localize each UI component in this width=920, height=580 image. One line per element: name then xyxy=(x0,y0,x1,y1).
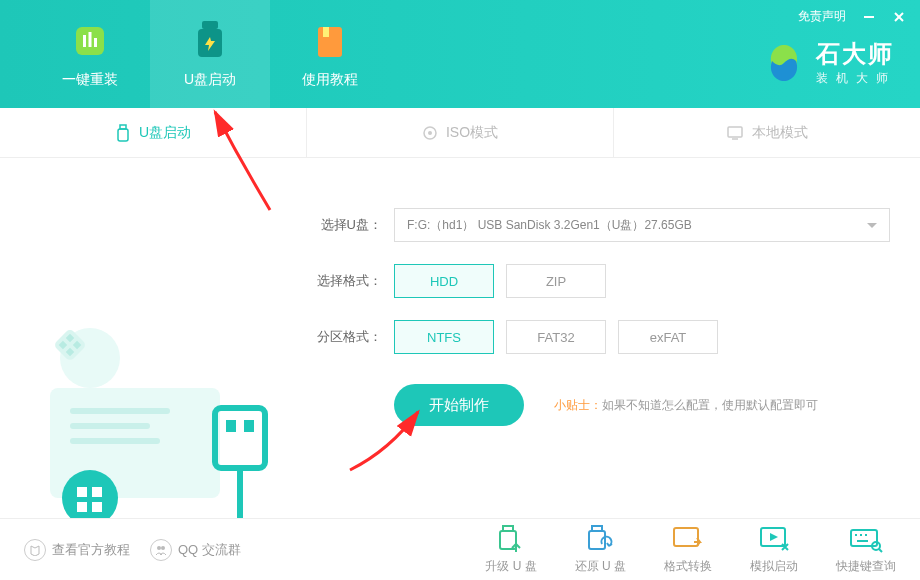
upgrade-usb[interactable]: 升级 U 盘 xyxy=(485,524,536,575)
mode-tabs: U盘启动 ISO模式 本地模式 xyxy=(0,108,920,158)
upgrade-icon xyxy=(493,524,529,554)
keyboard-search-icon xyxy=(848,524,884,554)
partition-exfat[interactable]: exFAT xyxy=(618,320,718,354)
svg-rect-27 xyxy=(215,408,265,468)
simulate-boot[interactable]: 模拟启动 xyxy=(750,524,798,575)
main: 选择U盘： F:G:（hd1） USB SanDisk 3.2Gen1（U盘）2… xyxy=(0,158,920,518)
svg-line-49 xyxy=(879,549,882,552)
svg-rect-7 xyxy=(202,21,218,29)
nav-label: 使用教程 xyxy=(302,71,358,89)
restore-icon xyxy=(582,524,618,554)
svg-rect-23 xyxy=(77,487,87,497)
minimize-button[interactable] xyxy=(862,10,876,24)
format-zip[interactable]: ZIP xyxy=(506,264,606,298)
disclaimer-link[interactable]: 免责声明 xyxy=(798,8,846,25)
nav-label: 一键重装 xyxy=(62,71,118,89)
titlebar: 免责声明 xyxy=(798,8,906,25)
nav-label: U盘启动 xyxy=(184,71,236,89)
format-hdd[interactable]: HDD xyxy=(394,264,494,298)
svg-rect-29 xyxy=(244,420,254,432)
nav-tutorial[interactable]: 使用教程 xyxy=(270,0,390,108)
svg-rect-6 xyxy=(94,38,97,47)
hotkey-query[interactable]: 快捷键查询 xyxy=(836,524,896,575)
partition-fat32[interactable]: FAT32 xyxy=(506,320,606,354)
svg-rect-26 xyxy=(92,502,102,512)
svg-rect-20 xyxy=(70,423,150,429)
svg-point-14 xyxy=(428,131,432,135)
svg-rect-41 xyxy=(674,528,698,546)
disk-select[interactable]: F:G:（hd1） USB SanDisk 3.2Gen1（U盘）27.65GB xyxy=(394,208,890,242)
svg-point-36 xyxy=(161,546,165,550)
illustration xyxy=(0,158,300,518)
svg-rect-12 xyxy=(118,129,128,141)
tutorial-icon xyxy=(308,19,352,63)
footer: 查看官方教程 QQ 交流群 升级 U 盘 还原 U 盘 格式转换 模拟启动 快捷… xyxy=(0,518,920,580)
people-icon xyxy=(150,539,172,561)
mode-iso[interactable]: ISO模式 xyxy=(307,108,614,157)
reinstall-icon xyxy=(68,19,112,63)
svg-rect-9 xyxy=(318,27,342,57)
brand-subtitle: 装机大师 xyxy=(816,70,896,87)
svg-rect-40 xyxy=(589,531,605,549)
svg-rect-15 xyxy=(728,127,742,137)
partition-label: 分区格式： xyxy=(310,328,382,346)
mode-usb[interactable]: U盘启动 xyxy=(0,108,307,157)
monitor-icon xyxy=(726,125,744,141)
qq-group-link[interactable]: QQ 交流群 xyxy=(150,539,241,561)
partition-ntfs[interactable]: NTFS xyxy=(394,320,494,354)
svg-rect-28 xyxy=(226,420,236,432)
close-button[interactable] xyxy=(892,10,906,24)
tip: 小贴士：如果不知道怎么配置，使用默认配置即可 xyxy=(554,397,818,414)
official-tutorial-link[interactable]: 查看官方教程 xyxy=(24,539,130,561)
svg-rect-4 xyxy=(83,35,86,47)
start-button[interactable]: 开始制作 xyxy=(394,384,524,426)
svg-rect-24 xyxy=(92,487,102,497)
svg-rect-19 xyxy=(70,408,170,414)
svg-point-35 xyxy=(157,546,161,550)
convert-icon xyxy=(670,524,706,554)
nav: 一键重装 U盘启动 使用教程 xyxy=(0,0,390,108)
svg-rect-21 xyxy=(70,438,160,444)
iso-icon xyxy=(422,125,438,141)
mode-local[interactable]: 本地模式 xyxy=(614,108,920,157)
disk-label: 选择U盘： xyxy=(310,216,382,234)
brand: 石大师 装机大师 xyxy=(762,38,896,87)
usb-icon xyxy=(115,124,131,142)
format-label: 选择格式： xyxy=(310,272,382,290)
nav-usb-boot[interactable]: U盘启动 xyxy=(150,0,270,108)
nav-reinstall[interactable]: 一键重装 xyxy=(30,0,150,108)
book-icon xyxy=(24,539,46,561)
play-icon xyxy=(756,524,792,554)
format-convert[interactable]: 格式转换 xyxy=(664,524,712,575)
svg-rect-25 xyxy=(77,502,87,512)
usb-boot-icon xyxy=(188,19,232,63)
svg-rect-5 xyxy=(89,32,92,47)
header: 免责声明 一键重装 U盘启动 使用教程 石大师 装机大师 xyxy=(0,0,920,108)
restore-usb[interactable]: 还原 U 盘 xyxy=(575,524,626,575)
brand-title: 石大师 xyxy=(816,38,896,70)
svg-rect-10 xyxy=(323,27,329,37)
form: 选择U盘： F:G:（hd1） USB SanDisk 3.2Gen1（U盘）2… xyxy=(300,158,920,518)
brand-logo-icon xyxy=(762,41,806,85)
